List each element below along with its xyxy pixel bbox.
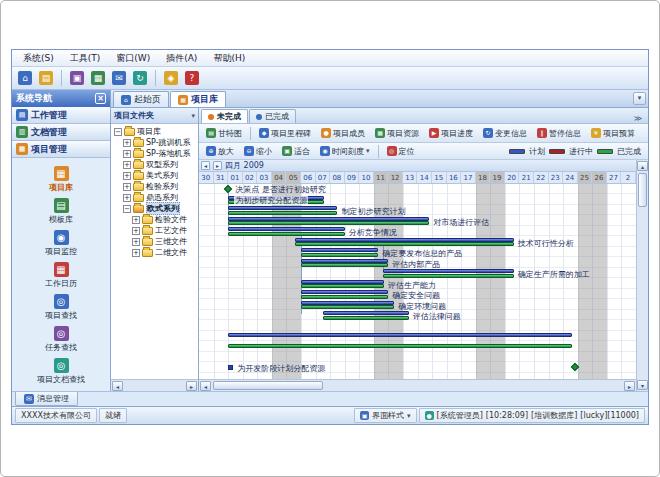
tree-node[interactable]: +SP-落地机系 — [112, 148, 197, 159]
gantt-button[interactable]: ▤甘特图 — [202, 127, 246, 140]
doc-tab[interactable]: ⌂起始页 — [113, 91, 169, 107]
sidebar-item[interactable]: ▤模板库 — [12, 195, 110, 227]
view-tab[interactable]: 未完成 — [201, 109, 248, 123]
sidebar-group[interactable]: ▤工作管理 — [12, 107, 110, 124]
completed-bar[interactable] — [301, 263, 388, 267]
tree-expander-icon[interactable]: + — [123, 172, 131, 180]
tree-node[interactable]: +检验文件 — [112, 214, 197, 225]
tree-expander-icon[interactable]: + — [132, 238, 140, 246]
plan-bar[interactable] — [228, 333, 572, 337]
completed-bar[interactable] — [301, 305, 394, 309]
pause-info-button[interactable]: ‖暂停信息 — [533, 127, 585, 140]
completed-bar[interactable] — [295, 242, 514, 246]
plan-bar[interactable] — [301, 301, 394, 305]
ui-style-selector[interactable]: ▣ 界面样式 ▾ — [354, 408, 417, 423]
tree-node[interactable]: +检验系列 — [112, 181, 197, 192]
completed-bar[interactable] — [228, 232, 345, 236]
tree-node[interactable]: +工艺文件 — [112, 225, 197, 236]
plan-bar[interactable] — [228, 217, 429, 221]
plan-bar[interactable] — [323, 311, 409, 315]
menu-item[interactable]: 工具(T) — [63, 51, 108, 66]
completed-bar[interactable] — [323, 316, 409, 320]
folder-button[interactable]: ▤ — [37, 69, 55, 87]
help-button[interactable]: ? — [183, 69, 201, 87]
tree-node[interactable]: −项目库 — [112, 126, 197, 137]
tree-expander-icon[interactable]: + — [123, 183, 131, 191]
fit-button[interactable]: ▣适合 — [278, 145, 314, 158]
scroll-up-icon[interactable]: ▴ — [637, 161, 648, 171]
tree-expander-icon[interactable]: + — [132, 227, 140, 235]
sidebar-item[interactable]: ◎项目文档查找 — [12, 355, 110, 387]
sidebar-item[interactable]: ◎任务查找 — [12, 323, 110, 355]
sidebar-group[interactable]: ▦项目管理 — [12, 141, 110, 158]
completed-bar[interactable] — [301, 295, 388, 299]
completed-bar[interactable] — [228, 221, 429, 225]
pin-icon[interactable]: ▾ — [191, 112, 195, 120]
tree-expander-icon[interactable]: + — [132, 249, 140, 257]
tree-expander-icon[interactable]: + — [123, 161, 131, 169]
tree-node[interactable]: −欧式系列 — [112, 203, 197, 214]
sidebar-item[interactable]: ▦工作日历 — [12, 259, 110, 291]
hscroll-thumb[interactable] — [213, 381, 323, 390]
completed-bar[interactable] — [383, 274, 514, 278]
menu-item[interactable]: 系统(S) — [16, 51, 61, 66]
lock-button[interactable]: ◈ — [162, 69, 180, 87]
tree-expander-icon[interactable]: − — [123, 205, 131, 213]
menu-item[interactable]: 帮助(H) — [206, 51, 252, 66]
milestone-button[interactable]: ◆项目里程碑 — [255, 127, 315, 140]
vscroll-thumb[interactable] — [638, 173, 647, 207]
tab-list-icon[interactable]: ▾ — [633, 92, 646, 105]
tree-expander-icon[interactable]: + — [132, 216, 140, 224]
sidebar-item[interactable]: ◉项目监控 — [12, 227, 110, 259]
completed-bar[interactable] — [301, 253, 378, 257]
month-prev-icon[interactable]: ◂ — [201, 161, 210, 170]
scroll-left-icon[interactable]: ◂ — [200, 381, 211, 391]
home-button[interactable]: ⌂ — [16, 69, 34, 87]
completed-bar[interactable] — [228, 211, 337, 215]
budget-button[interactable]: ¥项目预算 — [587, 127, 639, 140]
scroll-right-icon[interactable]: ▸ — [186, 381, 197, 391]
plan-bar[interactable] — [228, 206, 337, 210]
month-next-icon[interactable]: ▸ — [213, 161, 222, 170]
window-button[interactable]: ▣ — [68, 69, 86, 87]
plan-bar[interactable] — [295, 238, 514, 242]
tree-expander-icon[interactable]: − — [114, 128, 122, 136]
progress-button[interactable]: ▶项目进度 — [425, 127, 477, 140]
chart-button[interactable]: ▦ — [89, 69, 107, 87]
mail-button[interactable]: ✉ — [110, 69, 128, 87]
refresh-button[interactable]: ↻ — [131, 69, 149, 87]
tree-hscrollbar[interactable]: ◂ ▸ — [111, 379, 198, 391]
milestone-icon[interactable] — [224, 185, 232, 193]
completed-bar[interactable] — [228, 344, 572, 348]
doc-tab[interactable]: ▦项目库 — [170, 91, 226, 107]
menu-item[interactable]: 插件(A) — [159, 51, 204, 66]
tree-node[interactable]: +二维文件 — [112, 247, 197, 258]
tree-node[interactable]: +双型系列 — [112, 159, 197, 170]
sidebar-item[interactable]: ◎项目查找 — [12, 291, 110, 323]
tab-overflow-button[interactable]: ≫ — [630, 114, 646, 123]
plan-bar[interactable] — [228, 227, 345, 231]
message-panel-tab[interactable]: ✉ 消息管理 — [15, 392, 78, 406]
scroll-left-icon[interactable]: ◂ — [112, 381, 123, 391]
sidebar-group[interactable]: ▥文档管理 — [12, 124, 110, 141]
plan-bar[interactable] — [301, 248, 378, 252]
scroll-right-icon[interactable]: ▸ — [624, 381, 635, 391]
members-button[interactable]: ●项目成员 — [317, 127, 369, 140]
menu-item[interactable]: 窗口(W) — [109, 51, 157, 66]
sidebar-item[interactable]: ▦项目库 — [12, 163, 110, 195]
tree-node[interactable]: +美式系列 — [112, 170, 197, 181]
change-info-button[interactable]: ↻变更信息 — [479, 127, 531, 140]
zoom-out-button[interactable]: ⊖缩小 — [240, 145, 276, 158]
gantt-hscrollbar[interactable]: ◂ ▸ — [199, 379, 636, 391]
scroll-down-icon[interactable]: ▾ — [637, 380, 648, 390]
tree-expander-icon[interactable]: + — [123, 139, 131, 147]
view-tab[interactable]: 已完成 — [249, 109, 296, 123]
locate-button[interactable]: ◎定位 — [383, 145, 419, 158]
plan-bar[interactable] — [301, 280, 384, 284]
tree-expander-icon[interactable]: + — [123, 194, 131, 202]
zoom-in-button[interactable]: ⊕放大 — [202, 145, 238, 158]
plan-bar[interactable] — [301, 290, 388, 294]
timescale-button[interactable]: ◉时间刻度▾ — [316, 145, 374, 158]
tree-expander-icon[interactable]: + — [123, 150, 131, 158]
gantt-vscrollbar[interactable]: ▴ ▾ — [636, 160, 648, 391]
